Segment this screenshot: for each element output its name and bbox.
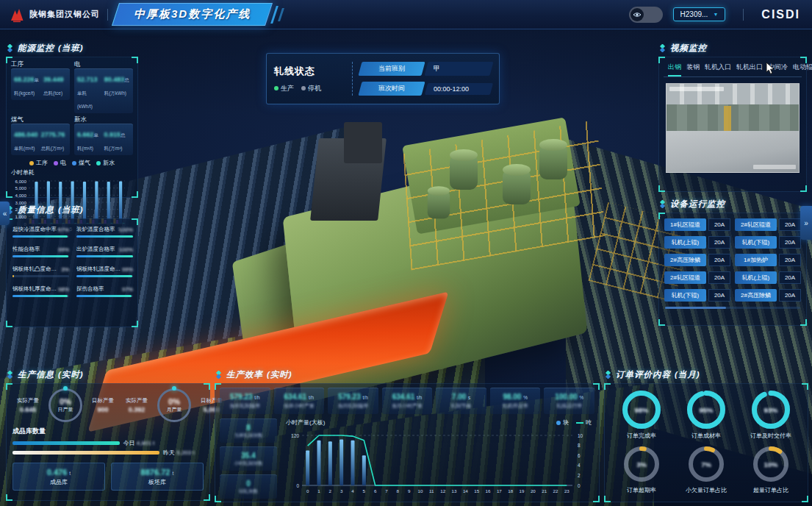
device-name-badge[interactable]: 2#高压除鳞 xyxy=(735,289,777,302)
dashed-divider xyxy=(352,62,353,96)
video-tab-出钢[interactable]: 出钢 xyxy=(668,63,681,76)
efficiency-card: 579.23 t/h 当日轧制能率 xyxy=(328,388,378,414)
shift-time-value: 00:00-12:00 xyxy=(425,83,493,95)
svg-text:23: 23 xyxy=(564,488,570,493)
svg-text:21: 21 xyxy=(542,488,547,493)
svg-text:9: 9 xyxy=(408,488,411,493)
order-donut-item: 7% 小欠量订单占比 xyxy=(677,444,736,494)
video-tab-轧机出口[interactable]: 轧机出口 xyxy=(736,63,763,76)
efficiency-card: 634.61 t/h 当班小时产量 xyxy=(274,388,325,414)
quality-item: 钢板终轧温度命中率99% xyxy=(76,266,133,277)
daily-output-gauge: 0% 日产量 xyxy=(48,388,82,422)
svg-text:15: 15 xyxy=(474,488,479,493)
video-feed[interactable] xyxy=(666,83,800,173)
device-current-value: 20A xyxy=(779,236,801,249)
video-tab-电动辊[interactable]: 电动辊 xyxy=(793,63,812,76)
svg-text:7: 7 xyxy=(385,488,388,493)
device-name-badge[interactable]: 轧机(下辊) xyxy=(664,289,706,302)
hourly-output-chart: 1200024681001234567891011121314151617181… xyxy=(283,427,594,503)
svg-text:2: 2 xyxy=(329,488,332,493)
device-name-badge[interactable]: 1#轧区辊道 xyxy=(664,218,706,231)
panel-title: 订单评价内容 xyxy=(616,369,671,380)
svg-text:6: 6 xyxy=(374,488,377,493)
svg-text:1: 1 xyxy=(317,488,320,493)
efficiency-mini-card: 8当班轧制块数 xyxy=(220,418,277,443)
order-donut-item: 93% 订单及时交付率 xyxy=(741,390,800,440)
quality-item: 性能合格率99% xyxy=(12,246,69,257)
shift-name-key: 当前班别 xyxy=(358,62,425,76)
monthly-output-gauge: 0% 月产量 xyxy=(157,388,191,422)
svg-text:19: 19 xyxy=(520,488,525,493)
quality-item: 钢板终轧厚度命中率98% xyxy=(12,285,69,297)
energy-value: 80.483 xyxy=(104,76,125,83)
device-list-scrollbar[interactable] xyxy=(665,307,800,309)
eye-icon xyxy=(630,8,644,21)
device-name-badge[interactable]: 2#轧区辊道 xyxy=(735,218,777,231)
svg-text:17: 17 xyxy=(497,488,502,493)
panel-title-suffix: (当班) xyxy=(58,43,84,54)
device-cell: 2#轧区辊道 20A xyxy=(664,271,730,284)
collapse-right-tab[interactable]: » xyxy=(800,206,812,240)
device-row: 2#高压除鳞 20A 1#加热炉 20A xyxy=(664,254,801,266)
video-camera-label xyxy=(753,165,796,169)
shift-time-key: 班次时间 xyxy=(358,82,425,96)
scrollbar-thumb[interactable] xyxy=(665,307,726,309)
video-tab-装钢[interactable]: 装钢 xyxy=(686,63,700,76)
panel-title-suffix: (当月) xyxy=(675,369,700,380)
device-cell: 轧机(上辊) 20A xyxy=(735,271,801,284)
energy-card-electricity: 电 52.713单耗(kWh/t) 80.483总耗(万kWh) xyxy=(74,60,133,113)
energy-value: 68.226 xyxy=(14,76,35,83)
device-current-value: 20A xyxy=(779,271,801,284)
page-title-plate: 中厚板3D数字化产线 xyxy=(112,3,273,26)
chevron-down-icon: ▼ xyxy=(713,12,718,17)
order-donut-gauge: 98% xyxy=(622,390,661,430)
device-cell: 1#加热炉 20A xyxy=(735,254,801,266)
energy-value: 6.662 xyxy=(77,131,94,138)
svg-text:12: 12 xyxy=(440,488,445,493)
device-current-value: 20A xyxy=(708,271,730,284)
device-cell: 2#轧区辊道 20A xyxy=(735,218,801,231)
efficiency-card: 100.00 % 轧线运行率 xyxy=(544,388,594,414)
efficiency-card: 579.23 t/h 当班轧制能率 xyxy=(220,388,270,414)
device-cell: 轧机(下辊) 20A xyxy=(664,289,730,302)
visibility-toggle[interactable] xyxy=(629,7,663,23)
collapse-left-tab[interactable]: « xyxy=(0,202,10,225)
device-name-badge[interactable]: 2#高压除鳞 xyxy=(664,254,706,266)
panel-title: 设备运行监控 xyxy=(670,199,725,210)
order-donut-label: 超量订单占比 xyxy=(753,486,788,494)
monthly-actual-output: 0.392 xyxy=(120,406,154,413)
energy-value: 52.713 xyxy=(77,76,98,83)
order-donut-label: 小欠量订单占比 xyxy=(686,486,727,494)
slab-stock-card: 8876.72 t 板坯库 xyxy=(111,463,204,491)
device-row: 2#轧区辊道 20A 轧机(上辊) 20A xyxy=(664,271,801,284)
svg-text:5,000: 5,000 xyxy=(15,185,27,190)
device-name-badge[interactable]: 轧机(上辊) xyxy=(664,236,706,249)
svg-text:16: 16 xyxy=(486,488,491,493)
diamond-icon xyxy=(215,371,223,379)
quality-item: 超快冷温度命中率97% xyxy=(12,226,69,238)
device-name-badge[interactable]: 轧机(上辊) xyxy=(735,271,777,284)
svg-text:20: 20 xyxy=(531,488,536,493)
panel-video-monitor: 视频监控 出钢 装钢 轧机入口 轧机出口 中间冷 电动辊 xyxy=(658,41,807,192)
device-name-badge[interactable]: 2#轧区辊道 xyxy=(664,271,706,284)
heat-number-dropdown[interactable]: H2309... ▼ xyxy=(673,7,726,21)
quality-item: 探伤合格率97% xyxy=(76,285,133,297)
company-emblem-icon xyxy=(9,7,25,23)
cisdi-logo: CISDI xyxy=(761,8,800,21)
warehouse-section-title: 成品库数量 xyxy=(7,424,209,436)
company-name: 陕钢集团汉钢公司 xyxy=(29,9,100,20)
header-divider xyxy=(743,9,744,21)
order-donut-item: 10% 超量订单占比 xyxy=(741,444,800,494)
device-name-badge[interactable]: 轧机(下辊) xyxy=(735,236,777,249)
heat-number-value: H2309... xyxy=(680,10,708,18)
order-donut-item: 95% 订单成材率 xyxy=(677,390,736,440)
panel-title: 能源监控 xyxy=(18,43,54,54)
device-name-badge[interactable]: 1#加热炉 xyxy=(735,254,777,266)
video-tab-轧机入口[interactable]: 轧机入口 xyxy=(705,63,731,76)
energy-card-gas: 煤气 486.040单耗(m³/t) 2775.76总耗(万m³) xyxy=(11,115,70,155)
energy-chart-title: 小时单耗 xyxy=(11,168,137,177)
device-current-value: 20A xyxy=(708,289,730,302)
efficiency-mini-card: 0待轧块数 xyxy=(220,474,277,499)
panel-title-suffix: (实时) xyxy=(58,369,84,380)
energy-value: 39.449 xyxy=(43,76,64,83)
